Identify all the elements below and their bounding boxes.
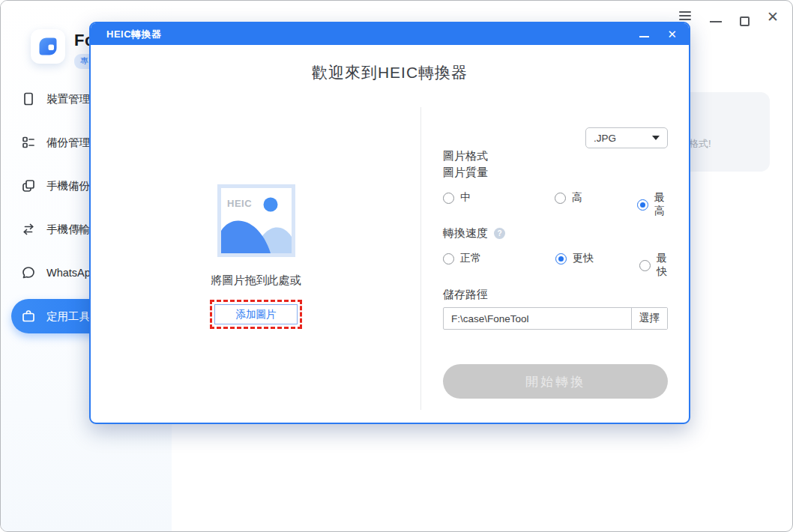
save-path-label: 儲存路徑 bbox=[443, 288, 488, 302]
format-label: 圖片格式 bbox=[443, 149, 488, 163]
speed-label-row: 轉換速度 ? bbox=[443, 226, 505, 241]
tools-card-text: 格式! bbox=[689, 137, 711, 151]
window-close-button[interactable]: ✕ bbox=[767, 10, 779, 25]
choose-path-button[interactable]: 選擇 bbox=[631, 308, 667, 329]
backup-manage-icon bbox=[21, 135, 36, 150]
radio-icon bbox=[639, 260, 651, 271]
fonetool-logo-icon bbox=[31, 29, 65, 64]
sidebar-item-label: 備份管理 bbox=[46, 136, 90, 150]
chevron-down-icon bbox=[652, 136, 660, 140]
quality-options: 中 高 最高 bbox=[443, 191, 668, 206]
annotation-highlight-box: 添加圖片 bbox=[210, 300, 302, 329]
quality-label: 圖片質量 bbox=[443, 166, 488, 180]
sidebar-item-label: 手機備份 bbox=[46, 179, 90, 193]
dialog-titlebar: HEIC轉換器 ✕ bbox=[91, 23, 689, 45]
svg-text:HEIC: HEIC bbox=[227, 198, 252, 209]
format-dropdown[interactable]: .JPG bbox=[585, 127, 668, 148]
quality-option-high[interactable]: 高 bbox=[555, 191, 582, 205]
menu-icon[interactable] bbox=[679, 11, 691, 22]
device-icon bbox=[21, 91, 36, 106]
speed-option-faster[interactable]: 更快 bbox=[555, 252, 594, 265]
speed-option-fastest[interactable]: 最快 bbox=[639, 252, 668, 279]
brand-area: Fo 專 bbox=[31, 29, 96, 69]
sidebar-item-label: 手機傳輸 bbox=[46, 223, 90, 237]
drag-hint-text: 將圖片拖到此處或 bbox=[211, 273, 301, 288]
quality-option-highest[interactable]: 最高 bbox=[637, 191, 668, 218]
drop-area: HEIC 將圖片拖到此處或 添加圖片 bbox=[92, 45, 420, 421]
radio-checked-icon bbox=[555, 253, 567, 265]
heic-converter-dialog: HEIC轉換器 ✕ 歡迎來到HEIC轉換器 HEIC bbox=[89, 22, 690, 424]
dialog-title: HEIC轉換器 bbox=[106, 28, 162, 41]
dialog-minimize-button[interactable] bbox=[639, 36, 649, 37]
speed-options: 正常 更快 最快 bbox=[443, 252, 668, 267]
add-image-button[interactable]: 添加圖片 bbox=[214, 304, 298, 324]
fonetool-main-window: Fo 專 裝置管理 bbox=[0, 0, 793, 532]
radio-checked-icon bbox=[637, 199, 648, 211]
help-icon[interactable]: ? bbox=[494, 228, 505, 239]
speed-option-normal[interactable]: 正常 bbox=[443, 252, 481, 265]
format-value: .JPG bbox=[594, 133, 616, 144]
heic-thumbnail-icon: HEIC bbox=[217, 184, 295, 260]
toolbox-icon bbox=[21, 309, 36, 324]
chat-icon bbox=[21, 265, 36, 280]
sidebar-item-label: 裝置管理 bbox=[46, 92, 90, 106]
dialog-close-button[interactable]: ✕ bbox=[667, 28, 677, 40]
phone-transfer-icon bbox=[21, 222, 36, 237]
phone-backup-icon bbox=[21, 178, 36, 193]
window-maximize-button[interactable] bbox=[740, 16, 750, 26]
radio-icon bbox=[443, 193, 454, 204]
sidebar-item-label: 定用工具 bbox=[46, 309, 90, 324]
window-minimize-button[interactable] bbox=[710, 21, 722, 22]
save-path-row: 選擇 bbox=[443, 307, 668, 330]
radio-icon bbox=[443, 253, 454, 265]
save-path-input[interactable] bbox=[444, 308, 631, 329]
start-convert-button[interactable]: 開始轉換 bbox=[443, 364, 668, 399]
panel-divider bbox=[420, 107, 421, 410]
speed-label: 轉換速度 bbox=[443, 226, 488, 241]
quality-option-medium[interactable]: 中 bbox=[443, 191, 471, 205]
screen: Fo 專 裝置管理 bbox=[0, 0, 793, 532]
settings-panel: 圖片格式 .JPG 圖片質量 中 高 bbox=[443, 45, 668, 421]
radio-icon bbox=[555, 193, 566, 204]
